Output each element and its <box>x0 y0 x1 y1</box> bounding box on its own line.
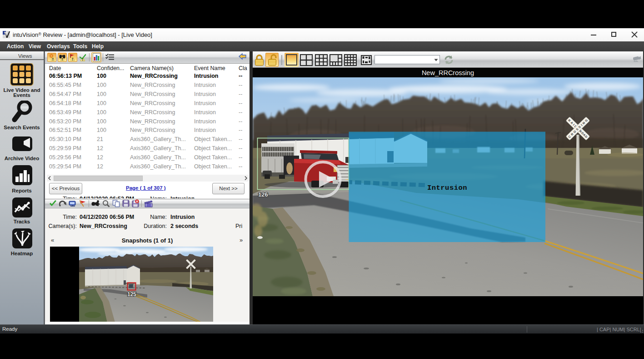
svg-text:Intrusion: Intrusion <box>427 184 467 192</box>
svg-text:A: A <box>136 200 138 203</box>
svg-text:125: 125 <box>127 291 136 298</box>
svg-text:126: 126 <box>258 191 268 198</box>
